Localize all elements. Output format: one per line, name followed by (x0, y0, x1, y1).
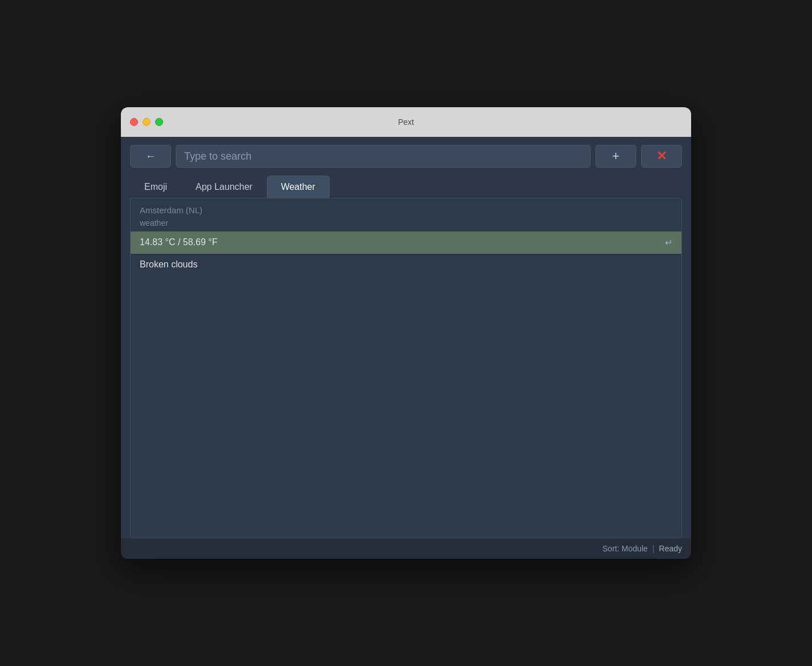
minimize-button[interactable] (143, 118, 151, 126)
tabs-bar: Emoji App Launcher Weather (121, 176, 691, 198)
list-item-temperature[interactable]: 14.83 °C / 58.69 °F ↵ (131, 232, 681, 254)
close-button[interactable] (130, 118, 138, 126)
list-item-description[interactable]: Broken clouds (131, 254, 681, 275)
statusbar-ready: Ready (659, 544, 682, 553)
toolbar: ← + ✕ (121, 137, 691, 176)
close-x-button[interactable]: ✕ (641, 145, 682, 168)
empty-area (131, 275, 681, 538)
search-input[interactable] (176, 145, 591, 168)
tab-app-launcher[interactable]: App Launcher (181, 176, 267, 198)
statusbar-separator: | (652, 544, 655, 553)
traffic-lights (130, 118, 163, 126)
context-label: Amsterdam (NL) weather (131, 198, 681, 232)
x-icon: ✕ (656, 149, 667, 164)
content-area: Amsterdam (NL) weather 14.83 °C / 58.69 … (130, 198, 682, 538)
sort-label: Sort: Module (603, 544, 648, 553)
window-title: Pext (398, 117, 414, 127)
context-sublabel: weather (140, 217, 672, 229)
context-location: Amsterdam (NL) (140, 204, 672, 217)
statusbar: Sort: Module | Ready (121, 538, 691, 559)
list-item-description-text: Broken clouds (140, 259, 197, 270)
list-item-temperature-text: 14.83 °C / 58.69 °F (140, 237, 217, 247)
titlebar: Pext (121, 107, 691, 137)
maximize-button[interactable] (155, 118, 163, 126)
back-button[interactable]: ← (130, 145, 171, 168)
tab-weather[interactable]: Weather (267, 176, 330, 198)
plus-icon: + (612, 149, 620, 164)
back-icon: ← (145, 151, 156, 163)
add-button[interactable]: + (595, 145, 636, 168)
tab-emoji[interactable]: Emoji (130, 176, 181, 198)
enter-icon: ↵ (665, 237, 672, 248)
main-window: Pext ← + ✕ Emoji App Launcher Weather Am… (121, 107, 691, 559)
